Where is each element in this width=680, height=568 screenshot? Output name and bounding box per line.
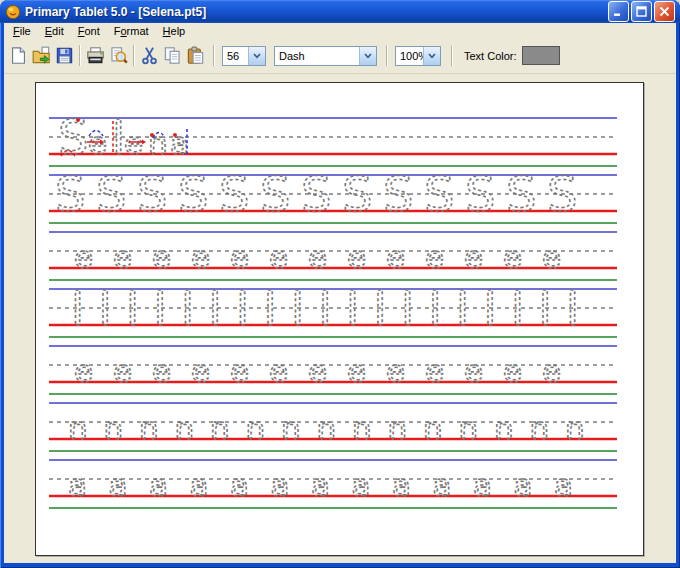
zoom-dropdown-button[interactable] [423, 47, 440, 65]
traced-letter: e [269, 353, 288, 389]
traced-letter: e [88, 125, 107, 161]
zoom-value: 100% [396, 47, 423, 65]
traced-letter: n [175, 410, 195, 446]
traced-letter: e [191, 353, 210, 389]
print-preview-button[interactable] [107, 44, 130, 67]
traced-letter: a [109, 467, 128, 503]
traced-letter: n [139, 410, 159, 446]
traced-letter: S [424, 166, 454, 222]
traced-letter: a [514, 467, 533, 503]
traced-letter: n [530, 410, 550, 446]
traced-letter: e [425, 239, 444, 275]
menu-item-font[interactable]: Font [71, 24, 107, 38]
traced-letter: e [230, 239, 249, 275]
traced-letter: S [137, 166, 167, 222]
traced-letter: a [473, 467, 492, 503]
menu-item-file[interactable]: File [6, 24, 38, 38]
font-size-dropdown-button[interactable] [248, 47, 265, 65]
traced-letter: l [401, 281, 414, 336]
traced-letter: l [539, 281, 552, 336]
traced-letter: n [210, 410, 230, 446]
traced-letter: e [152, 239, 171, 275]
stroke-hint-dot [76, 118, 80, 122]
new-button[interactable] [7, 44, 30, 67]
traced-letter: l [566, 281, 579, 336]
minimize-icon [613, 6, 624, 17]
traced-letter: S [55, 166, 85, 222]
font-size-combobox[interactable]: 56 [222, 46, 266, 66]
traced-letter: n [281, 410, 301, 446]
practice-row-n: nnnnnnnnnnnnnnn [49, 403, 617, 451]
traced-letter: e [503, 239, 522, 275]
menu-item-help[interactable]: Help [156, 24, 193, 38]
traced-letter: e [464, 239, 483, 275]
traced-letter: l [319, 281, 332, 336]
traced-letter: a [311, 467, 330, 503]
save-button[interactable] [53, 44, 76, 67]
close-button[interactable] [654, 1, 675, 22]
traced-letter: n [388, 410, 408, 446]
traced-letter: e [347, 239, 366, 275]
traced-letter: S [506, 166, 536, 222]
cut-button[interactable] [138, 44, 161, 67]
practice-row-a: aaaaaaaaaaaaa [49, 460, 617, 508]
toolbar-separator [386, 45, 388, 66]
traced-letter: e [386, 353, 405, 389]
chevron-down-icon [428, 53, 436, 59]
traced-letter: a [433, 467, 452, 503]
traced-letter: e [191, 239, 210, 275]
traced-letter: l [126, 281, 139, 336]
text-color-swatch[interactable] [522, 46, 560, 65]
traced-letter: l [99, 281, 112, 336]
traced-letter: e [230, 353, 249, 389]
traced-letter: l [484, 281, 497, 336]
traced-letter: e [113, 239, 132, 275]
toolbar: 56 Dash 100% Text Color: [4, 39, 676, 74]
practice-row-S: SSSSSSSSSSSSS [49, 166, 617, 223]
traced-letter: a [392, 467, 411, 503]
minimize-button[interactable] [608, 1, 629, 22]
menu-item-format[interactable]: Format [107, 24, 156, 38]
stroke-hint-dot [173, 133, 177, 137]
paste-button[interactable] [184, 44, 207, 67]
save-floppy-icon [55, 46, 74, 65]
title-bar[interactable]: Primary Tablet 5.0 - [Selena.pt5] [0, 0, 680, 23]
menu-item-edit[interactable]: Edit [38, 24, 71, 38]
traced-letter: e [503, 353, 522, 389]
open-button[interactable] [30, 44, 53, 67]
traced-letter: e [542, 239, 561, 275]
practice-row-e: eeeeeeeeeeeee [49, 346, 617, 394]
traced-letter: a [170, 125, 189, 161]
app-icon [5, 4, 21, 20]
copy-button[interactable] [161, 44, 184, 67]
cut-scissors-icon [140, 46, 159, 65]
print-preview-icon [109, 46, 128, 65]
traced-letter: l [456, 281, 469, 336]
traced-letter: l [374, 281, 387, 336]
line-style-combobox[interactable]: Dash [274, 46, 377, 66]
traced-letter: n [68, 410, 88, 446]
practice-sheet[interactable]: SelenaSSSSSSSSSSSSSeeeeeeeeeeeeellllllll… [49, 113, 619, 515]
maximize-icon [636, 6, 647, 17]
traced-letter: n [104, 410, 124, 446]
traced-letter: S [342, 166, 372, 222]
printer-icon [86, 46, 105, 65]
traced-letter: n [565, 410, 585, 446]
toolbar-separator [133, 45, 135, 66]
zoom-combobox[interactable]: 100% [395, 46, 441, 66]
chevron-down-icon [364, 53, 372, 59]
traced-letter: S [383, 166, 413, 222]
toolbar-separator [451, 45, 453, 66]
traced-letter: S [58, 113, 88, 165]
line-style-dropdown-button[interactable] [359, 47, 376, 65]
document-page[interactable]: SelenaSSSSSSSSSSSSSeeeeeeeeeeeeellllllll… [35, 82, 644, 556]
traced-letter: a [230, 467, 249, 503]
print-button[interactable] [84, 44, 107, 67]
traced-letter: e [152, 353, 171, 389]
copy-icon [163, 46, 182, 65]
traced-letter: l [429, 281, 442, 336]
traced-letter: e [124, 125, 143, 161]
traced-letter: n [423, 410, 443, 446]
traced-letter: l [71, 281, 84, 336]
maximize-button[interactable] [631, 1, 652, 22]
